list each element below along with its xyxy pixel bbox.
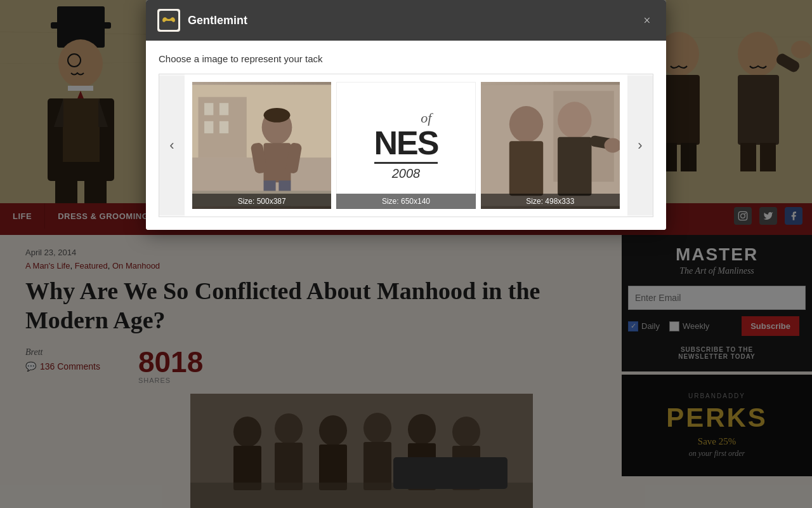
gentlemint-logo [159, 11, 178, 30]
carousel-image-3[interactable]: Size: 498x333 [480, 81, 621, 210]
modal-logo [157, 9, 180, 32]
image-1-placeholder [192, 82, 331, 209]
image-picker-modal: Gentlemint × Choose a image to represent… [146, 0, 666, 230]
svg-rect-53 [204, 121, 213, 133]
svg-point-56 [264, 108, 291, 123]
svg-rect-67 [509, 141, 542, 196]
text-graphic: of NES 2008 [374, 110, 438, 181]
svg-rect-57 [264, 143, 291, 182]
image-3-placeholder [481, 82, 620, 209]
modal-subtitle: Choose a image to represent your tack [159, 53, 653, 64]
image-3-size: Size: 498x333 [481, 194, 620, 209]
svg-rect-51 [204, 103, 213, 115]
svg-rect-69 [558, 137, 591, 196]
carousel-prev-button[interactable]: ‹ [159, 76, 185, 215]
modal-title: Gentlemint [188, 14, 632, 27]
svg-point-68 [558, 102, 591, 138]
svg-rect-52 [219, 103, 228, 115]
modal-overlay[interactable]: Gentlemint × Choose a image to represent… [0, 0, 812, 508]
close-button[interactable]: × [639, 13, 655, 28]
carousel-image-2[interactable]: of NES 2008 Size: 650x140 [335, 81, 476, 210]
modal-body: Choose a image to represent your tack ‹ [146, 41, 666, 230]
image-carousel: ‹ [159, 74, 653, 217]
carousel-next-button[interactable]: › [627, 76, 653, 215]
image-1-size: Size: 500x387 [192, 194, 331, 209]
svg-point-66 [509, 106, 542, 142]
modal-header: Gentlemint × [146, 0, 666, 41]
image3-svg [481, 82, 620, 209]
image-2-placeholder: of NES 2008 [336, 82, 475, 209]
image1-svg [192, 82, 331, 209]
mustache-icon [161, 15, 176, 25]
image-2-size: Size: 650x140 [336, 194, 475, 209]
carousel-image-1[interactable]: Size: 500x387 [191, 81, 332, 210]
carousel-images: Size: 500x387 of NES 2008 Size: 650x140 [185, 74, 627, 217]
svg-rect-54 [219, 121, 228, 133]
nes-text: NES [374, 126, 438, 159]
